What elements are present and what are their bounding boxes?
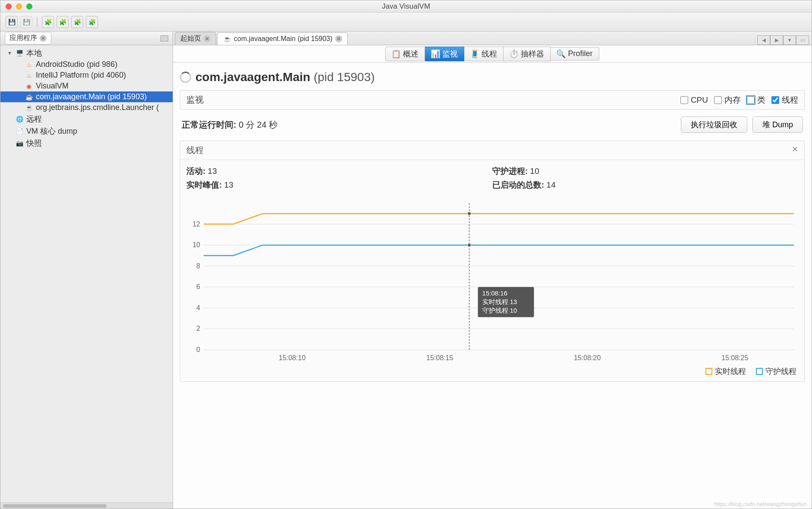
tree-node-coredump[interactable]: 📄 VM 核心 dump [0,125,173,137]
toolbar-btn-1[interactable]: 💾 [6,16,18,28]
chevron-down-icon[interactable]: ▼ [7,50,13,56]
close-icon[interactable]: ✕ [335,35,342,42]
tab-start[interactable]: 起始页 ✕ [175,32,216,45]
watermark: https://blog.csdn.net/wangzhongshun [714,501,807,507]
close-icon[interactable]: ✕ [40,35,47,42]
svg-text:0: 0 [196,346,200,353]
toolbar-btn-5[interactable]: 🧩 [71,16,83,28]
titlebar: Java VisualVM [0,0,812,13]
window-title: Java VisualVM [0,2,812,11]
svg-text:4: 4 [196,304,200,311]
checkbox-thread[interactable]: 线程 [771,94,798,106]
toolbar-btn-2: 💾 [20,16,32,28]
threads-chart[interactable]: 02468101215:08:1015:08:1515:08:2015:08:2… [186,199,798,363]
panel-title: 线程 [186,145,204,156]
nav-dropdown-button[interactable]: ▼ [783,35,796,45]
tree-item-label: AndroidStudio (pid 986) [36,60,117,69]
snapshot-icon: 📷 [15,139,24,148]
horizontal-scrollbar[interactable] [0,503,173,509]
visualvm-icon: ◉ [25,82,33,91]
scrollbar-thumb[interactable] [3,504,107,508]
minimize-panel-icon[interactable] [161,35,168,41]
network-icon: 🌐 [15,115,24,123]
checkbox-class[interactable]: 类 [747,94,765,106]
java-app-icon: ☕ [25,93,33,101]
tree-label: 远程 [26,114,42,124]
svg-text:15:08:15: 15:08:15 [426,354,453,361]
tree-label: 本地 [26,48,42,58]
overview-icon: 📋 [392,50,400,58]
tab-label: com.javaagent.Main (pid 15903) [234,35,333,43]
svg-text:15:08:16: 15:08:16 [482,289,507,297]
page-title: com.javaagent.Main (pid 15903) [195,70,375,84]
tree-item-label: com.javaagent.Main (pid 15903) [36,92,147,101]
tabbar: 起始页 ✕ ☕ com.javaagent.Main (pid 15903) ✕… [173,31,812,45]
checkbox-cpu[interactable]: CPU [680,95,708,105]
subtab-threads[interactable]: 🧵线程 [464,47,504,61]
svg-text:2: 2 [196,325,200,332]
svg-text:实时线程  13: 实时线程 13 [482,298,517,305]
uptime-text: 正常运行时间: 0 分 24 秒 [182,119,277,131]
toolbar: 💾 💾 🧩 🧩 🧩 🧩 [0,13,812,31]
java-app-icon: ☕ [25,104,33,112]
chart-legend: 实时线程 守护线程 [180,364,804,381]
computer-icon: 🖥️ [15,49,24,57]
dump-icon: 📄 [15,127,24,135]
tree-item[interactable]: ◉ VisualVM [0,81,173,91]
threads-panel: 线程 ✕ 活动: 13 实时峰值: 13 守护进程: 10 已启动的总数: 14 [180,141,805,382]
monitor-section-label: 监视 [186,94,204,106]
toolbar-btn-3[interactable]: 🧩 [42,16,54,28]
checkbox-memory[interactable]: 内存 [714,94,741,106]
tree-node-snapshot[interactable]: 📷 快照 [0,137,173,149]
close-panel-icon[interactable]: ✕ [792,145,798,156]
profiler-icon: 🔍 [557,50,565,58]
svg-point-19 [468,212,471,215]
tree-item[interactable]: ♨ IntelliJ Platform (pid 4060) [0,70,173,81]
monitor-icon: 📊 [431,50,440,58]
java-app-icon: ☕ [223,35,231,43]
svg-point-20 [468,243,471,247]
heap-dump-button[interactable]: 堆 Dump [752,116,803,133]
tree-item-label: org.jetbrains.jps.cmdline.Launcher ( [36,103,159,112]
subtab-profiler[interactable]: 🔍Profiler [551,47,599,60]
sidebar-tab-label: 应用程序 [9,34,37,43]
tree-node-local[interactable]: ▼ 🖥️ 本地 [0,47,173,59]
svg-text:15:08:25: 15:08:25 [721,354,748,361]
java-icon: ♨ [25,71,33,80]
threads-icon: 🧵 [470,50,479,58]
subtab-monitor[interactable]: 📊监视 [425,47,464,61]
sidebar: 应用程序 ✕ ▼ 🖥️ 本地 ♨ AndroidStudio (pid 986)… [0,31,173,509]
tree-label: 快照 [26,138,42,148]
loading-spinner-icon [180,72,191,83]
svg-text:15:08:20: 15:08:20 [574,354,601,361]
toolbar-btn-6[interactable]: 🧩 [86,16,98,28]
tree-node-remote[interactable]: 🌐 远程 [0,113,173,125]
svg-text:守护线程  10: 守护线程 10 [482,307,517,314]
tree-item-selected[interactable]: ☕ com.javaagent.Main (pid 15903) [0,91,173,102]
tab-active-app[interactable]: ☕ com.javaagent.Main (pid 15903) ✕ [217,32,348,45]
svg-text:10: 10 [192,241,200,248]
subtab-overview[interactable]: 📋概述 [385,47,425,61]
subtab-bar: 📋概述 📊监视 🧵线程 ⏱️抽样器 🔍Profiler [173,45,812,63]
app-tree[interactable]: ▼ 🖥️ 本地 ♨ AndroidStudio (pid 986) ♨ Inte… [0,45,173,503]
tree-item-label: IntelliJ Platform (pid 4060) [36,71,126,80]
toolbar-btn-4[interactable]: 🧩 [57,16,69,28]
close-icon[interactable]: ✕ [204,35,211,42]
svg-text:6: 6 [196,283,200,290]
svg-text:8: 8 [196,262,200,270]
tree-item[interactable]: ♨ AndroidStudio (pid 986) [0,59,173,70]
gc-button[interactable]: 执行垃圾回收 [681,116,747,133]
tree-label: VM 核心 dump [26,126,77,136]
sampler-icon: ⏱️ [510,50,518,58]
svg-text:15:08:10: 15:08:10 [279,354,305,361]
nav-next-button[interactable]: ▶ [770,35,783,45]
tab-label: 起始页 [180,34,201,43]
subtab-sampler[interactable]: ⏱️抽样器 [504,47,551,61]
java-icon: ♨ [25,60,33,69]
tree-item[interactable]: ☕ org.jetbrains.jps.cmdline.Launcher ( [0,102,173,113]
nav-prev-button[interactable]: ◀ [757,35,770,45]
tree-item-label: VisualVM [36,82,69,91]
sidebar-tab-apps[interactable]: 应用程序 ✕ [5,32,51,44]
svg-text:12: 12 [192,220,200,228]
nav-max-button[interactable]: ▭ [796,35,809,45]
